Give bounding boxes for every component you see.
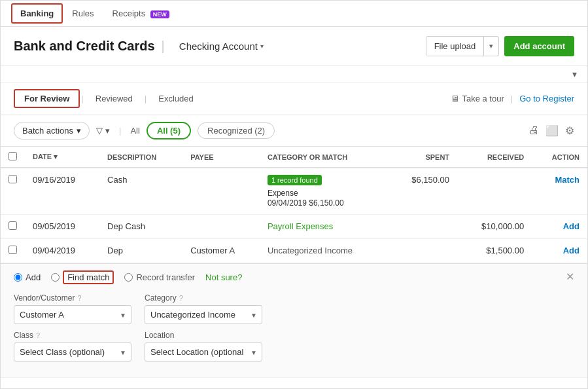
category-select[interactable]: Uncategorized Income (145, 305, 262, 324)
col-payee: PAYEE (182, 147, 260, 168)
sort-icon: ▾ (54, 153, 58, 160)
tab-receipts[interactable]: Receipts NEW (103, 2, 179, 25)
radio-find-match[interactable]: Find match (51, 270, 114, 284)
export-icon[interactable]: ⬜ (545, 124, 559, 137)
all-label: All (130, 126, 139, 136)
row3-action: Add (532, 239, 587, 263)
row2-received: $10,000.00 (457, 215, 532, 239)
row2-action: Add (532, 215, 587, 239)
category-group: Category ? Uncategorized Income (145, 293, 262, 324)
batch-caret-icon: ▾ (77, 126, 81, 136)
row1-payee (182, 168, 260, 215)
account-caret-icon: ▾ (260, 43, 264, 50)
tab-all[interactable]: All (5) (147, 122, 191, 139)
tab-excluded[interactable]: Excluded (148, 90, 203, 107)
row2-description: Dep Cash (99, 215, 182, 239)
tab-reviewed[interactable]: Reviewed (85, 90, 143, 107)
file-upload-button[interactable]: File upload ▾ (426, 36, 500, 56)
receipts-badge: NEW (150, 10, 169, 18)
col-spent: SPENT (389, 147, 457, 168)
print-icon[interactable]: 🖨 (528, 124, 539, 137)
vendor-select[interactable]: Customer A (14, 305, 131, 324)
file-upload-caret-icon[interactable]: ▾ (484, 37, 498, 55)
row1-action: Match (532, 168, 587, 215)
table-row: 09/05/2019 Dep Cash Payroll Expenses $10… (1, 215, 587, 239)
table-row: 09/16/2019 Cash 1 record found Expense 0… (1, 168, 587, 215)
col-action: ACTION (532, 147, 587, 168)
row3-checkbox[interactable] (9, 246, 17, 254)
row2-spent (389, 215, 457, 239)
filter-icon: ▽ (96, 126, 103, 136)
vendor-customer-group: Vendor/Customer ? Customer A (14, 293, 131, 324)
row1-received (457, 168, 532, 215)
filter-button[interactable]: ▽ ▾ (96, 126, 110, 136)
location-group: Location Select Location (optional) (145, 331, 262, 361)
expanded-form-row: Add Find match Record transfer (1, 263, 587, 378)
settings-icon[interactable]: ⚙ (565, 124, 574, 137)
table-row: 09/04/2019 Dep Customer A Uncategorized … (1, 239, 587, 263)
col-received: RECEIVED (457, 147, 532, 168)
tab-banking[interactable]: Banking (11, 3, 63, 24)
col-category: CATEGORY OR MATCH (260, 147, 389, 168)
row1-spent: $6,150.00 (389, 168, 457, 215)
col-date: DATE ▾ (25, 147, 99, 168)
add-account-button[interactable]: Add account (504, 36, 574, 56)
row1-date: 09/16/2019 (25, 168, 99, 215)
row2-payee (182, 215, 260, 239)
row1-checkbox[interactable] (9, 175, 17, 183)
row1-category: 1 record found Expense 09/04/2019 $6,150… (260, 168, 389, 215)
row2-date: 09/05/2019 (25, 215, 99, 239)
close-expanded-icon[interactable]: ✕ (566, 270, 574, 283)
take-tour-link[interactable]: 🖥 Take a tour (451, 94, 504, 103)
match-badge: 1 record found (268, 175, 322, 185)
row3-spent (389, 239, 457, 263)
vendor-help-icon[interactable]: ? (77, 294, 81, 302)
tour-icon: 🖥 (451, 94, 459, 103)
class-group: Class ? Select Class (optional) (14, 331, 131, 361)
row3-category: Uncategorized Income (260, 239, 389, 263)
radio-record-transfer[interactable]: Record transfer (124, 272, 195, 282)
tab-rules[interactable]: Rules (63, 2, 103, 25)
row3-received: $1,500.00 (457, 239, 532, 263)
select-all-checkbox[interactable] (9, 152, 17, 160)
page-title: Bank and Credit Cards (14, 39, 155, 54)
tab-for-review[interactable]: For Review (14, 89, 80, 108)
class-select[interactable]: Select Class (optional) (14, 343, 131, 361)
category-help-icon[interactable]: ? (179, 294, 183, 302)
row3-description: Dep (99, 239, 182, 263)
not-sure-link[interactable]: Not sure? (205, 272, 242, 282)
row1-description: Cash (99, 168, 182, 215)
col-description: DESCRIPTION (99, 147, 182, 168)
batch-actions-button[interactable]: Batch actions ▾ (14, 122, 90, 139)
class-help-icon[interactable]: ? (36, 331, 40, 339)
location-select[interactable]: Select Location (optional) (145, 343, 262, 361)
collapse-icon[interactable]: ▾ (572, 69, 577, 79)
filter-caret-icon: ▾ (105, 126, 110, 136)
radio-add[interactable]: Add (14, 272, 41, 282)
account-selector[interactable]: Checking Account ▾ (179, 41, 264, 52)
row2-category: Payroll Expenses (260, 215, 389, 239)
row2-checkbox[interactable] (9, 221, 17, 230)
row3-payee: Customer A (182, 239, 260, 263)
tab-recognized[interactable]: Recognized (2) (198, 122, 275, 139)
go-to-register-link[interactable]: Go to Register (519, 94, 574, 103)
row3-date: 09/04/2019 (25, 239, 99, 263)
